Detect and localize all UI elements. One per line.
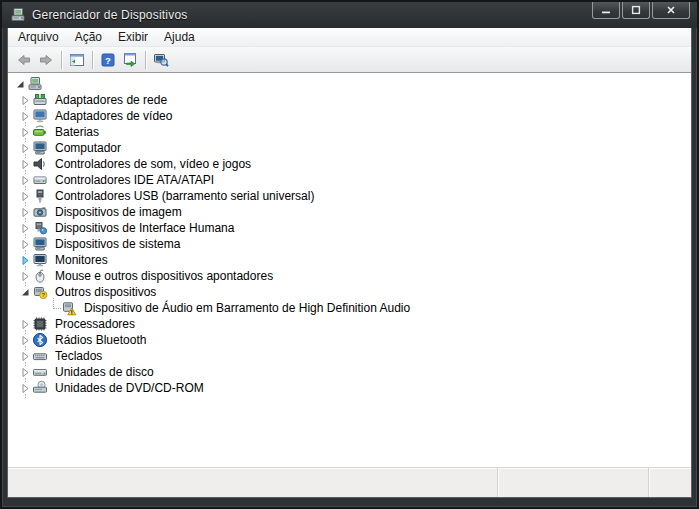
expander-collapsed-icon[interactable] [19,332,32,348]
tree-item-label[interactable]: Dispositivo de Áudio em Barramento de Hi… [82,300,412,316]
device-manager-icon [10,7,26,23]
close-button[interactable] [652,2,690,19]
battery-icon [32,124,48,140]
menu-ajuda[interactable]: Ajuda [156,28,203,46]
tree-item[interactable]: Adaptadores de vídeo [8,108,691,124]
scan-hardware-button[interactable] [150,49,172,71]
expander-collapsed-icon[interactable] [19,220,32,236]
tree-item-label[interactable]: Computador [53,140,123,156]
tree-item[interactable]: Computador [8,140,691,156]
toolbar-separator [145,51,146,69]
tree-item-label[interactable]: Unidades de disco [53,364,156,380]
close-icon [665,4,677,16]
window-title: Gerenciador de Dispositivos [32,8,187,22]
expander-expanded-icon[interactable] [14,76,27,92]
statusbar-section [648,468,691,497]
tree-item[interactable]: Unidades de DVD/CD-ROM [8,380,691,396]
tree-item[interactable]: Controladores IDE ATA/ATAPI [8,172,691,188]
expander-collapsed-icon[interactable] [19,204,32,220]
tree-item[interactable]: Dispositivos de imagem [8,204,691,220]
bluetooth-icon [32,332,48,348]
toolbar-separator [61,51,62,69]
hid-icon [32,220,48,236]
tree-item-label[interactable]: Dispositivos de sistema [53,236,182,252]
tree-item[interactable]: Rádios Bluetooth [8,332,691,348]
usb-controller-icon [32,188,48,204]
tree-item-label[interactable]: Rádios Bluetooth [53,332,148,348]
tree-item-label[interactable]: Unidades de DVD/CD-ROM [53,380,206,396]
tree-item-label[interactable]: Baterias [53,124,101,140]
tree-connector [48,300,61,316]
maximize-button[interactable] [622,2,650,19]
expander-collapsed-icon[interactable] [19,140,32,156]
tree-item[interactable]: Controladores USB (barramento serial uni… [8,188,691,204]
tree-item-label[interactable]: Adaptadores de vídeo [53,108,174,124]
expander-collapsed-icon[interactable] [19,92,32,108]
tree-item-label[interactable]: Processadores [53,316,137,332]
expander-collapsed-icon[interactable] [19,268,32,284]
tree-item[interactable]: Teclados [8,348,691,364]
expander-collapsed-icon[interactable] [19,172,32,188]
tree-item[interactable]: Controladores de som, vídeo e jogos [8,156,691,172]
network-adapter-icon [32,92,48,108]
statusbar [8,467,691,497]
imaging-device-icon [32,204,48,220]
tree-item-label[interactable]: Monitores [53,252,110,268]
ide-controller-icon [32,172,48,188]
menu-acao[interactable]: Ação [67,28,110,46]
tree-item[interactable]: Mouse e outros dispositivos apontadores [8,268,691,284]
expander-collapsed-icon[interactable] [19,252,32,268]
help-button[interactable]: ? [97,49,119,71]
properties-button[interactable] [119,49,141,71]
expander-collapsed-icon[interactable] [19,380,32,396]
tree-item-label[interactable]: Teclados [53,348,104,364]
tree-item[interactable]: Dispositivo de Áudio em Barramento de Hi… [8,300,691,316]
content-area: Adaptadores de redeAdaptadores de vídeoB… [8,73,691,467]
minimize-button[interactable] [592,2,620,19]
help-icon: ? [100,52,116,68]
tree-item[interactable]: Dispositivos de sistema [8,236,691,252]
expander-collapsed-icon[interactable] [19,188,32,204]
expander-collapsed-icon[interactable] [19,364,32,380]
tree-item[interactable] [8,76,691,92]
scan-hardware-icon [153,52,169,68]
expander-collapsed-icon[interactable] [19,156,32,172]
tree-item[interactable]: Processadores [8,316,691,332]
expander-collapsed-icon[interactable] [19,316,32,332]
expander-collapsed-icon[interactable] [19,124,32,140]
tree-item-label[interactable]: Dispositivos de imagem [53,204,184,220]
disk-drive-icon [32,364,48,380]
monitor-icon [32,252,48,268]
tree-item-label[interactable]: Controladores de som, vídeo e jogos [53,156,253,172]
tree-item[interactable]: Dispositivos de Interface Humana [8,220,691,236]
svg-text:?: ? [105,55,111,66]
system-device-icon [32,236,48,252]
tree-item[interactable]: Adaptadores de rede [8,92,691,108]
titlebar[interactable]: Gerenciador de Dispositivos [2,2,697,28]
menu-exibir[interactable]: Exibir [110,28,156,46]
forward-button[interactable] [35,49,57,71]
minimize-icon [600,4,612,16]
expander-expanded-icon[interactable] [19,284,32,300]
tree-item-label[interactable]: Dispositivos de Interface Humana [53,220,236,236]
menu-arquivo[interactable]: Arquivo [10,28,67,46]
tree-item-label[interactable]: Mouse e outros dispositivos apontadores [53,268,275,284]
mouse-icon [32,268,48,284]
device-manager-window: Gerenciador de Dispositivos Arquivo [0,0,699,509]
tree-item[interactable]: Unidades de disco [8,364,691,380]
menubar: Arquivo Ação Exibir Ajuda [8,28,691,47]
tree-item[interactable]: ?Outros dispositivos [8,284,691,300]
tree-item-label[interactable]: Adaptadores de rede [53,92,169,108]
tree-item-label[interactable]: Outros dispositivos [53,284,158,300]
tree-item-label[interactable]: Controladores IDE ATA/ATAPI [53,172,216,188]
device-tree[interactable]: Adaptadores de redeAdaptadores de vídeoB… [8,73,691,396]
back-button[interactable] [13,49,35,71]
expander-collapsed-icon[interactable] [19,348,32,364]
show-console-tree-button[interactable] [66,49,88,71]
maximize-icon [630,4,642,16]
expander-collapsed-icon[interactable] [19,236,32,252]
tree-item[interactable]: Baterias [8,124,691,140]
tree-item-label[interactable]: Controladores USB (barramento serial uni… [53,188,316,204]
tree-item[interactable]: Monitores [8,252,691,268]
expander-collapsed-icon[interactable] [19,108,32,124]
